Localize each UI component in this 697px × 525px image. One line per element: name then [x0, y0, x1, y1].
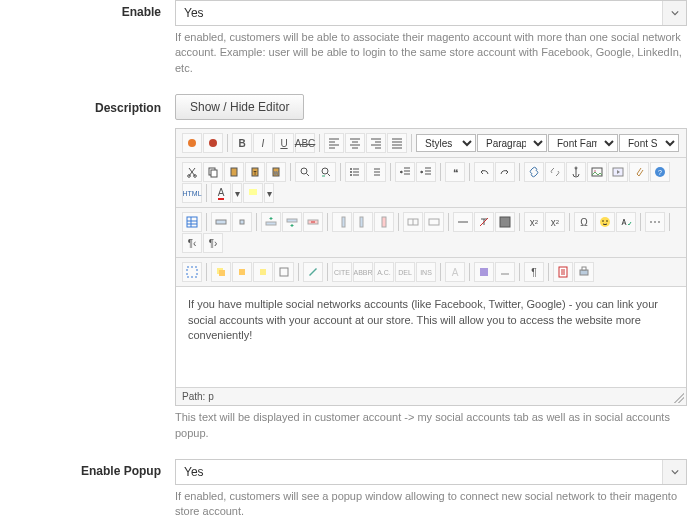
col-after-icon[interactable] — [353, 212, 373, 232]
special-char-icon[interactable]: Ω — [574, 212, 594, 232]
superscript-icon[interactable]: x2 — [545, 212, 565, 232]
number-list-icon[interactable] — [366, 162, 386, 182]
blockquote-icon[interactable]: ❝ — [445, 162, 465, 182]
editor-toolbar-3: x2 x2 Ω ¶‹ ¶› — [176, 208, 686, 258]
del-icon[interactable]: DEL — [395, 262, 415, 282]
resize-handle-icon[interactable] — [674, 393, 684, 403]
outdent-icon[interactable] — [395, 162, 415, 182]
cite-icon[interactable]: CITE — [332, 262, 352, 282]
undo-icon[interactable] — [474, 162, 494, 182]
attributes-icon[interactable]: A — [445, 262, 465, 282]
anchor-icon[interactable] — [566, 162, 586, 182]
iespell-icon[interactable] — [616, 212, 636, 232]
fullscreen-icon[interactable] — [182, 262, 202, 282]
merge-cells-icon[interactable] — [424, 212, 444, 232]
cell-props-icon[interactable] — [232, 212, 252, 232]
svg-rect-26 — [266, 222, 276, 225]
paste-icon[interactable] — [224, 162, 244, 182]
paste-word-icon[interactable]: W — [266, 162, 286, 182]
toggle-editor-button[interactable]: Show / Hide Editor — [175, 94, 304, 120]
row-before-icon[interactable] — [261, 212, 281, 232]
underline-icon[interactable]: U — [274, 133, 294, 153]
layer-absolute-icon[interactable] — [274, 262, 294, 282]
media-icon[interactable] — [608, 162, 628, 182]
pagebreak-icon[interactable] — [645, 212, 665, 232]
svg-point-11 — [301, 168, 307, 174]
row-props-icon[interactable] — [211, 212, 231, 232]
svg-rect-34 — [500, 217, 510, 227]
svg-point-15 — [350, 174, 352, 176]
enable-popup-select[interactable]: Yes — [175, 459, 687, 485]
svg-rect-6 — [231, 168, 237, 176]
help-icon[interactable]: ? — [650, 162, 670, 182]
align-right-icon[interactable] — [366, 133, 386, 153]
enable-select[interactable]: Yes — [175, 0, 687, 26]
indent-icon[interactable] — [416, 162, 436, 182]
editor-content[interactable]: If you have multiple social networks acc… — [176, 287, 686, 387]
svg-point-0 — [188, 139, 196, 147]
col-delete-icon[interactable] — [374, 212, 394, 232]
bold-icon[interactable]: B — [232, 133, 252, 153]
text-color-dropdown-icon[interactable]: ▾ — [232, 183, 242, 203]
hr-icon[interactable] — [453, 212, 473, 232]
align-center-icon[interactable] — [345, 133, 365, 153]
row-after-icon[interactable] — [282, 212, 302, 232]
insert-widget-icon[interactable] — [182, 133, 202, 153]
layer-backward-icon[interactable] — [253, 262, 273, 282]
paste-text-icon[interactable]: T — [245, 162, 265, 182]
chevron-down-icon — [662, 1, 686, 25]
visual-aid-icon[interactable] — [495, 212, 515, 232]
ins-icon[interactable]: INS — [416, 262, 436, 282]
svg-text:W: W — [274, 170, 279, 176]
text-color-icon[interactable]: A — [211, 183, 231, 203]
align-left-icon[interactable] — [324, 133, 344, 153]
rtl-icon[interactable]: ¶› — [203, 233, 223, 253]
link-icon[interactable] — [524, 162, 544, 182]
font-family-select[interactable]: Font Family — [548, 134, 618, 152]
acronym-icon[interactable]: A.C. — [374, 262, 394, 282]
align-justify-icon[interactable] — [387, 133, 407, 153]
visualchars-icon[interactable] — [474, 262, 494, 282]
bg-color-icon[interactable] — [243, 183, 263, 203]
subscript-icon[interactable]: x2 — [524, 212, 544, 232]
italic-icon[interactable]: I — [253, 133, 273, 153]
abbr-icon[interactable]: ABBR — [353, 262, 373, 282]
wysiwyg-editor: B I U ABC Styles Paragraph Font Family F… — [175, 128, 687, 406]
insert-variable-icon[interactable] — [203, 133, 223, 153]
code-icon[interactable]: HTML — [182, 183, 202, 203]
paragraph-select[interactable]: Paragraph — [477, 134, 547, 152]
nbsp-icon[interactable] — [495, 262, 515, 282]
copy-icon[interactable] — [203, 162, 223, 182]
remove-format-icon[interactable] — [474, 212, 494, 232]
emoticon-icon[interactable] — [595, 212, 615, 232]
style-props-icon[interactable] — [303, 262, 323, 282]
svg-text:T: T — [253, 170, 256, 176]
split-cells-icon[interactable] — [403, 212, 423, 232]
font-size-select[interactable]: Font Size — [619, 134, 679, 152]
svg-rect-40 — [219, 270, 225, 276]
styles-select[interactable]: Styles — [416, 134, 476, 152]
table-icon[interactable] — [182, 212, 202, 232]
print-icon[interactable] — [574, 262, 594, 282]
replace-icon[interactable] — [316, 162, 336, 182]
svg-point-13 — [350, 168, 352, 170]
template-icon[interactable] — [553, 262, 573, 282]
row-delete-icon[interactable] — [303, 212, 323, 232]
enable-help: If enabled, customers will be able to as… — [175, 30, 687, 76]
layer-forward-icon[interactable] — [232, 262, 252, 282]
visualblocks-icon[interactable]: ¶ — [524, 262, 544, 282]
svg-point-1 — [209, 139, 217, 147]
image-icon[interactable] — [587, 162, 607, 182]
cleanup-icon[interactable] — [629, 162, 649, 182]
ltr-icon[interactable]: ¶‹ — [182, 233, 202, 253]
bullet-list-icon[interactable] — [345, 162, 365, 182]
strikethrough-icon[interactable]: ABC — [295, 133, 315, 153]
bg-color-dropdown-icon[interactable]: ▾ — [264, 183, 274, 203]
find-icon[interactable] — [295, 162, 315, 182]
svg-rect-25 — [240, 220, 244, 224]
col-before-icon[interactable] — [332, 212, 352, 232]
layer-insert-icon[interactable] — [211, 262, 231, 282]
unlink-icon[interactable] — [545, 162, 565, 182]
redo-icon[interactable] — [495, 162, 515, 182]
cut-icon[interactable] — [182, 162, 202, 182]
